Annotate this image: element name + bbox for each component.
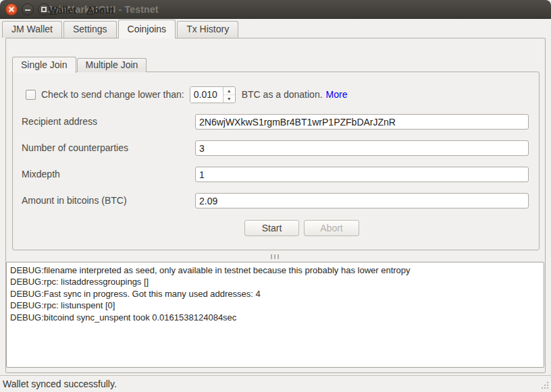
donation-checkbox-label: Check to send change lower than: (41, 89, 184, 100)
debug-log[interactable]: DEBUG:filename interpreted as seed, only… (6, 262, 544, 368)
resize-grip-icon[interactable] (540, 381, 549, 390)
splitter-grip-icon (271, 254, 281, 259)
spin-up-button[interactable]: ▲ (224, 87, 235, 95)
spinner-buttons: ▲ ▼ (223, 87, 235, 103)
status-message: Wallet synced successfully. (3, 379, 117, 389)
log-line: DEBUG:bitcoind sync_unspent took 0.01615… (10, 312, 540, 323)
app-window: { "window": { "title": "JoinMarketGUI - … (0, 0, 551, 392)
counterparties-label: Number of counterparties (22, 142, 128, 153)
tab-settings[interactable]: Settings (63, 21, 117, 38)
menu-wallet[interactable]: Wallet (49, 5, 76, 16)
donation-amount-input[interactable] (190, 87, 223, 103)
amount-label: Amount in bitcoins (BTC) (22, 195, 127, 206)
tab-multiple-join[interactable]: Multiple Join (77, 58, 147, 72)
abort-button[interactable]: Abort (304, 220, 359, 236)
counterparties-input[interactable] (195, 140, 529, 156)
minimize-icon (25, 9, 30, 11)
donation-row: Check to send change lower than: ▲ ▼ BTC… (26, 86, 347, 103)
statusbar: Wallet synced successfully. (0, 376, 551, 392)
titlebar: JoinMarketGUI - Testnet Wallet About (0, 0, 551, 19)
tab-tx-history[interactable]: Tx History (177, 21, 238, 38)
maximize-icon (41, 7, 47, 12)
mixdepth-label: Mixdepth (22, 169, 60, 179)
close-icon (9, 7, 14, 12)
donation-checkbox[interactable] (26, 90, 36, 100)
recipient-address-input[interactable] (195, 114, 529, 130)
close-button[interactable] (5, 3, 18, 16)
log-line: DEBUG:filename interpreted as seed, only… (10, 264, 540, 276)
splitter[interactable] (0, 253, 551, 261)
more-link[interactable]: More (326, 89, 348, 100)
log-line: DEBUG:rpc: listaddressgroupings [] (10, 276, 540, 287)
amount-input[interactable] (195, 193, 529, 208)
menu-about[interactable]: About (86, 5, 113, 16)
field-row-recipient: Recipient address (22, 114, 529, 130)
field-row-amount: Amount in bitcoins (BTC) (22, 193, 529, 209)
donation-amount-spinner: ▲ ▼ (190, 86, 236, 103)
log-line: DEBUG:Fast sync in progress. Got this ma… (10, 288, 540, 300)
donation-suffix-label: BTC as a donation. (242, 89, 323, 100)
chevron-down-icon: ▼ (227, 96, 232, 101)
log-line: DEBUG:rpc: listunspent [0] (10, 300, 540, 311)
mixdepth-input[interactable] (195, 167, 529, 182)
chevron-up-icon: ▲ (227, 88, 232, 93)
spin-down-button[interactable]: ▼ (224, 95, 235, 103)
minimize-button[interactable] (22, 3, 34, 16)
menubar: Wallet About (49, 4, 122, 16)
recipient-address-label: Recipient address (22, 116, 97, 127)
field-row-counterparties: Number of counterparties (22, 140, 529, 157)
tab-jm-wallet[interactable]: JM Wallet (2, 21, 62, 38)
single-join-pane: Check to send change lower than: ▲ ▼ BTC… (12, 72, 540, 250)
tab-single-join[interactable]: Single Join (12, 57, 76, 73)
tab-coinjoins[interactable]: Coinjoins (118, 20, 176, 38)
field-row-mixdepth: Mixdepth (22, 167, 529, 183)
join-tabbar: Single Join Multiple Join (12, 56, 147, 72)
main-tabbar: JM Wallet Settings Coinjoins Tx History (2, 19, 240, 38)
start-button[interactable]: Start (244, 220, 299, 236)
